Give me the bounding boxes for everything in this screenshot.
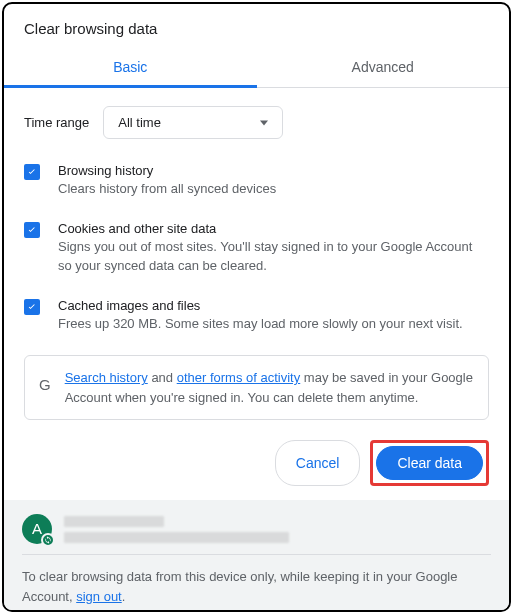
- sync-badge-icon: [41, 533, 55, 547]
- dialog-content: Time range All time Browsing history Cle…: [4, 88, 509, 420]
- time-range-value: All time: [118, 115, 161, 130]
- dialog-title: Clear browsing data: [4, 4, 509, 49]
- google-icon: G: [39, 374, 51, 397]
- search-history-link[interactable]: Search history: [65, 370, 148, 385]
- redacted-line: [64, 516, 164, 527]
- option-title: Cached images and files: [58, 298, 463, 313]
- option-title: Cookies and other site data: [58, 221, 489, 236]
- time-range-row: Time range All time: [24, 106, 489, 139]
- divider: [22, 554, 491, 555]
- checkbox-browsing-history[interactable]: [24, 164, 40, 180]
- check-icon: [26, 166, 38, 178]
- highlight-annotation: Clear data: [370, 440, 489, 486]
- option-text: Cookies and other site data Signs you ou…: [58, 221, 489, 276]
- tab-label: Basic: [113, 59, 147, 75]
- account-row: A: [22, 514, 491, 544]
- option-cache: Cached images and files Frees up 320 MB.…: [24, 298, 489, 334]
- option-text: Browsing history Clears history from all…: [58, 163, 276, 199]
- footer: A To clear browsing data from this devic…: [4, 500, 509, 612]
- cancel-button[interactable]: Cancel: [275, 440, 361, 486]
- tab-advanced[interactable]: Advanced: [257, 49, 510, 87]
- clear-browsing-data-dialog: Clear browsing data Basic Advanced Time …: [2, 2, 511, 612]
- button-row: Cancel Clear data: [4, 420, 509, 500]
- clear-data-button[interactable]: Clear data: [376, 446, 483, 480]
- check-icon: [26, 301, 38, 313]
- option-cookies: Cookies and other site data Signs you ou…: [24, 221, 489, 276]
- avatar[interactable]: A: [22, 514, 52, 544]
- redacted-line: [64, 532, 289, 543]
- checkbox-cache[interactable]: [24, 299, 40, 315]
- footer-text: To clear browsing data from this device …: [22, 567, 491, 606]
- account-info-redacted: [64, 516, 289, 543]
- check-icon: [26, 224, 38, 236]
- info-text: Search history and other forms of activi…: [65, 368, 474, 407]
- tab-label: Advanced: [352, 59, 414, 75]
- option-subtitle: Signs you out of most sites. You'll stay…: [58, 238, 489, 276]
- option-text: Cached images and files Frees up 320 MB.…: [58, 298, 463, 334]
- option-subtitle: Frees up 320 MB. Some sites may load mor…: [58, 315, 463, 334]
- option-browsing-history: Browsing history Clears history from all…: [24, 163, 489, 199]
- sign-out-link[interactable]: sign out: [76, 589, 122, 604]
- tab-bar: Basic Advanced: [4, 49, 509, 88]
- option-subtitle: Clears history from all synced devices: [58, 180, 276, 199]
- option-title: Browsing history: [58, 163, 276, 178]
- time-range-select[interactable]: All time: [103, 106, 283, 139]
- checkbox-cookies[interactable]: [24, 222, 40, 238]
- google-account-info: G Search history and other forms of acti…: [24, 355, 489, 420]
- tab-basic[interactable]: Basic: [4, 49, 257, 87]
- other-activity-link[interactable]: other forms of activity: [177, 370, 301, 385]
- time-range-label: Time range: [24, 115, 89, 130]
